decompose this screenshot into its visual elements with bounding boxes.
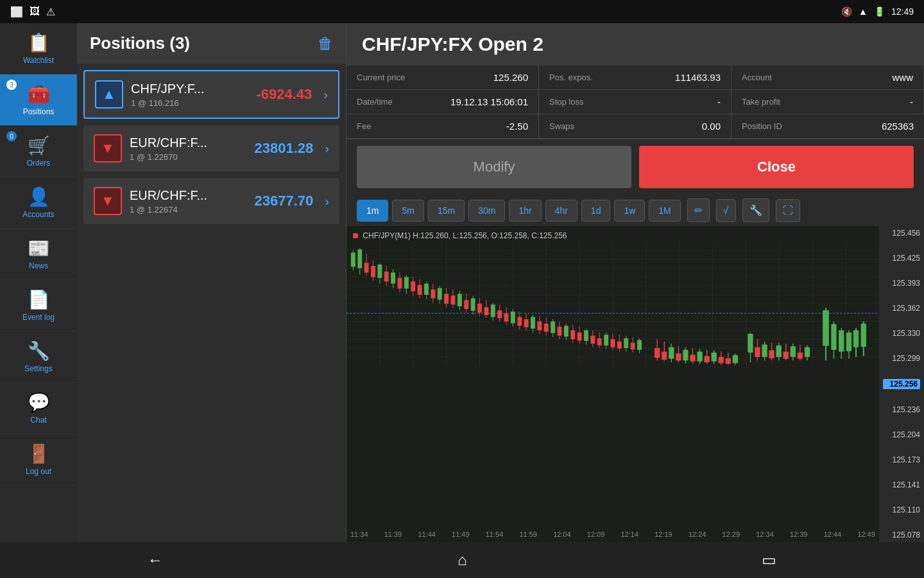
y-label-5: 125.330 — [883, 329, 920, 338]
svg-rect-81 — [524, 319, 529, 327]
svg-rect-57 — [444, 294, 449, 304]
value-swaps: 0.00 — [702, 121, 721, 132]
x-label-9: 12:14 — [621, 530, 639, 538]
position-symbol-2: EUR/CHF:F... — [130, 136, 247, 150]
y-label-4: 125.362 — [883, 304, 920, 313]
position-card-3[interactable]: ▼ EUR/CHF:F... 1 @ 1.22674 23677.70 › — [83, 178, 339, 224]
svg-rect-119 — [662, 352, 667, 360]
svg-rect-75 — [504, 313, 509, 321]
svg-rect-93 — [564, 326, 569, 337]
x-label-10: 12:19 — [654, 530, 672, 538]
positions-panel: Positions (3) 🗑 ▲ CHF/JPY:F... 1 @ 116.2… — [77, 23, 346, 542]
sidebar-label-settings: Settings — [24, 364, 52, 373]
y-label-6: 125.299 — [883, 354, 920, 363]
svg-rect-117 — [654, 348, 660, 358]
positions-title: Positions (3) — [90, 33, 190, 53]
x-label-14: 12:39 — [790, 530, 808, 538]
position-card-2[interactable]: ▼ EUR/CHF:F... 1 @ 1.22670 23801.28 › — [83, 125, 339, 171]
position-info-2: EUR/CHF:F... 1 @ 1.22670 — [130, 136, 247, 162]
x-label-7: 12:04 — [553, 530, 571, 538]
indicator-tool-button[interactable]: √ — [716, 199, 736, 222]
fullscreen-tool-button[interactable]: ⛶ — [776, 199, 800, 222]
svg-rect-135 — [719, 357, 724, 363]
recent-button[interactable]: ▭ — [736, 546, 802, 574]
sidebar-item-logout[interactable]: 🚪 Log out — [0, 434, 77, 486]
y-label-2: 125.425 — [883, 254, 920, 263]
sidebar-item-orders[interactable]: 0 🛒 Orders — [0, 126, 77, 177]
eventlog-icon: 📄 — [28, 289, 50, 310]
tf-5m[interactable]: 5m — [392, 200, 424, 222]
svg-rect-169 — [861, 324, 866, 347]
sidebar-item-settings[interactable]: 🔧 Settings — [0, 331, 77, 383]
svg-rect-141 — [748, 334, 753, 353]
chevron-right-icon-2: › — [325, 141, 329, 156]
tf-30m[interactable]: 30m — [468, 200, 505, 222]
info-cell-fee: Fee -2.50 — [346, 114, 539, 139]
x-label-15: 12:44 — [824, 530, 842, 538]
home-button[interactable]: ⌂ — [432, 546, 493, 574]
svg-rect-155 — [798, 353, 803, 359]
tf-1w[interactable]: 1w — [614, 200, 645, 222]
sidebar-item-watchlist[interactable]: 📋 Watchlist — [0, 23, 77, 74]
position-card-1[interactable]: ▲ CHF/JPY:F... 1 @ 116.216 -6924.43 › — [83, 70, 339, 119]
mute-icon: 🔇 — [841, 6, 852, 17]
back-button[interactable]: ← — [122, 546, 189, 574]
close-button[interactable]: Close — [639, 146, 914, 188]
svg-rect-151 — [783, 352, 789, 359]
sidebar-label-news: News — [29, 261, 48, 270]
tf-1hr[interactable]: 1hr — [509, 200, 541, 222]
draw-tool-button[interactable]: ✏ — [687, 198, 710, 222]
candlestick-chart — [346, 241, 879, 366]
settings-tool-button[interactable]: 🔧 — [742, 198, 769, 222]
modify-button[interactable]: Modify — [357, 146, 631, 188]
x-label-11: 12:24 — [689, 530, 706, 538]
direction-arrow-3: ▼ — [94, 187, 122, 215]
svg-rect-35 — [371, 266, 375, 277]
position-pnl-2: 23801.28 — [255, 140, 314, 157]
status-bar: ⬜ 🖼 ⚠ 🔇 ▲ 🔋 12:49 — [0, 0, 924, 23]
tf-4hr[interactable]: 4hr — [545, 200, 578, 222]
sidebar-item-eventlog[interactable]: 📄 Event log — [0, 280, 77, 331]
sidebar-item-accounts[interactable]: 👤 Accounts — [0, 177, 77, 229]
svg-rect-107 — [611, 339, 615, 347]
svg-rect-131 — [704, 356, 709, 362]
position-symbol-1: CHF/JPY:F... — [131, 82, 248, 96]
delete-all-button[interactable]: 🗑 — [318, 35, 333, 53]
svg-rect-133 — [712, 353, 717, 362]
detail-title: CHF/JPY:FX Open 2 — [362, 33, 543, 55]
svg-rect-63 — [464, 300, 468, 309]
svg-rect-91 — [558, 327, 562, 336]
svg-rect-125 — [683, 350, 688, 361]
tf-15m[interactable]: 15m — [428, 200, 465, 222]
settings-icon: 🔧 — [28, 340, 50, 362]
svg-rect-49 — [418, 285, 422, 295]
sidebar-label-logout: Log out — [26, 467, 51, 476]
svg-rect-163 — [839, 330, 844, 351]
sidebar: 📋 Watchlist 3 🧰 Positions 0 🛒 Orders 👤 A… — [0, 23, 77, 542]
label-fee: Fee — [357, 121, 371, 131]
label-current-price: Current price — [357, 73, 405, 82]
svg-rect-103 — [597, 338, 602, 346]
sidebar-label-orders: Orders — [27, 159, 51, 168]
sidebar-item-news[interactable]: 📰 News — [0, 229, 77, 280]
news-icon: 📰 — [28, 238, 50, 259]
main-layout: 📋 Watchlist 3 🧰 Positions 0 🛒 Orders 👤 A… — [0, 23, 924, 542]
chart-label: CHF/JPY(M1) H:125.260, L:125.256, O:125.… — [353, 231, 567, 240]
svg-rect-105 — [604, 335, 608, 346]
x-label-16: 12:49 — [857, 530, 875, 538]
position-list: ▲ CHF/JPY:F... 1 @ 116.216 -6924.43 › ▼ … — [77, 64, 346, 542]
tf-1d[interactable]: 1d — [581, 200, 611, 222]
value-takeprofit: - — [910, 96, 913, 107]
chat-icon: 💬 — [28, 392, 50, 413]
tf-1m[interactable]: 1m — [357, 200, 388, 222]
sidebar-item-positions[interactable]: 3 🧰 Positions — [0, 74, 77, 126]
y-axis: 125.456 125.425 125.393 125.362 125.330 … — [879, 226, 924, 542]
tf-1M[interactable]: 1M — [649, 200, 680, 222]
svg-rect-153 — [791, 346, 796, 357]
detail-panel: CHF/JPY:FX Open 2 Current price 125.260 … — [346, 23, 924, 542]
position-info-3: EUR/CHF:F... 1 @ 1.22674 — [130, 188, 247, 215]
sidebar-item-chat[interactable]: 💬 Chat — [0, 383, 77, 434]
svg-rect-161 — [831, 324, 836, 350]
svg-rect-53 — [431, 290, 435, 299]
svg-rect-121 — [669, 347, 674, 359]
